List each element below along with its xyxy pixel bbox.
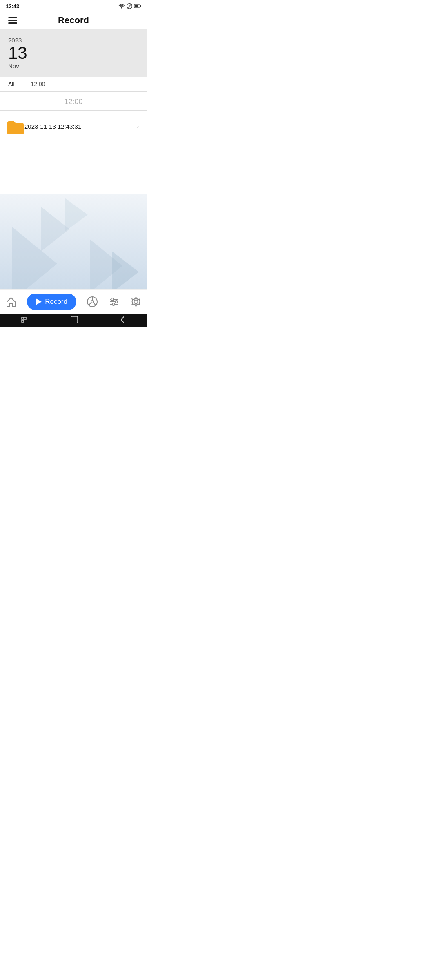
svg-rect-19 xyxy=(24,317,26,319)
page-title: Record xyxy=(58,15,89,26)
status-icons xyxy=(118,3,141,9)
folder-icon xyxy=(7,119,24,134)
svg-rect-18 xyxy=(22,317,24,319)
sys-home-button[interactable] xyxy=(71,316,78,325)
back-button[interactable] xyxy=(120,316,126,325)
svg-rect-20 xyxy=(22,320,24,322)
svg-rect-4 xyxy=(135,5,138,7)
svg-rect-21 xyxy=(71,316,78,323)
system-nav-bar xyxy=(0,314,147,327)
svg-point-17 xyxy=(134,300,138,303)
home-icon xyxy=(5,296,17,307)
svg-point-16 xyxy=(112,303,115,305)
header: Record xyxy=(0,11,147,29)
nav-home[interactable] xyxy=(5,296,17,307)
tab-all[interactable]: All xyxy=(0,77,23,91)
nav-record-button[interactable]: Record xyxy=(27,294,76,310)
steering-wheel-icon xyxy=(87,296,98,307)
nav-settings[interactable] xyxy=(130,296,142,307)
date-month: Nov xyxy=(8,62,139,69)
recent-icon xyxy=(21,317,29,323)
battery-icon xyxy=(134,4,141,9)
svg-point-14 xyxy=(111,298,114,301)
bottom-nav: Record xyxy=(0,289,147,314)
svg-point-7 xyxy=(91,301,94,303)
watermark-triangles xyxy=(0,194,147,301)
menu-button[interactable] xyxy=(7,16,19,25)
nav-filter[interactable] xyxy=(109,296,120,307)
recent-apps-button[interactable] xyxy=(21,317,29,324)
record-timestamp: 2023-11-13 12:43:31 xyxy=(24,123,132,130)
tabs-bar: All 12:00 xyxy=(0,77,147,92)
wifi-icon xyxy=(118,4,125,9)
svg-line-2 xyxy=(127,4,131,8)
back-icon xyxy=(120,316,126,323)
record-item[interactable]: 2023-11-13 12:43:31 → xyxy=(0,112,147,141)
filter-icon xyxy=(109,296,120,307)
play-icon xyxy=(36,298,42,305)
status-bar: 12:43 xyxy=(0,0,147,11)
nav-drive[interactable] xyxy=(87,296,98,307)
svg-line-9 xyxy=(89,303,91,305)
time-group-heading: 12:00 xyxy=(0,92,147,110)
date-day: 13 xyxy=(8,45,139,62)
divider xyxy=(0,110,147,111)
blocked-icon xyxy=(127,3,132,9)
svg-point-15 xyxy=(115,301,118,303)
arrow-right-icon: → xyxy=(132,122,140,131)
status-time: 12:43 xyxy=(6,3,19,9)
svg-line-10 xyxy=(94,303,96,305)
nav-record-label: Record xyxy=(45,298,67,306)
svg-point-0 xyxy=(121,8,122,9)
watermark-background xyxy=(0,194,147,301)
sys-home-icon xyxy=(71,316,78,323)
svg-rect-5 xyxy=(140,5,141,7)
date-section: 2023 13 Nov xyxy=(0,29,147,77)
settings-icon xyxy=(130,296,142,307)
date-year: 2023 xyxy=(8,37,139,44)
tab-time[interactable]: 12:00 xyxy=(23,77,53,91)
